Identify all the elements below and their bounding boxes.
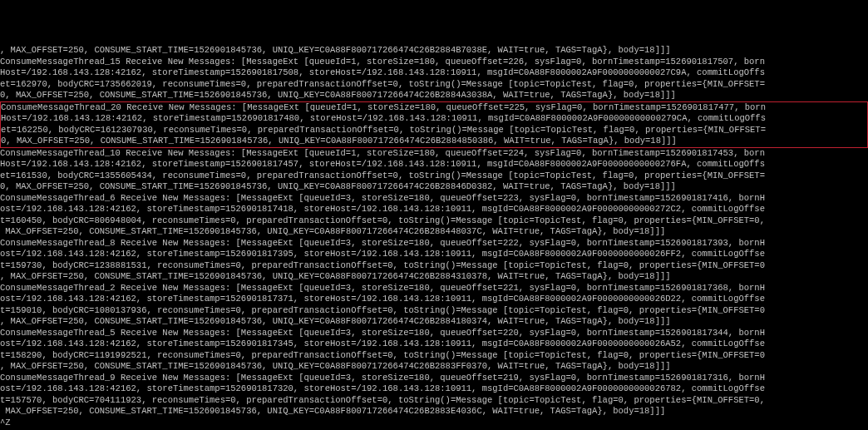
log-line: , MAX_OFFSET=250, CONSUME_START_TIME=152… [0,271,868,283]
log-line: t=159010, bodyCRC=1080137936, reconsumeT… [0,305,868,317]
log-line: et=161530, bodyCRC=1355605434, reconsume… [0,171,868,182]
log-line: 0, MAX_OFFSET=250, CONSUME_START_TIME=15… [1,136,867,147]
log-line: ConsumeMessageThread_20 Receive New Mess… [1,102,867,114]
log-line: t=157570, bodyCRC=704111923, reconsumeTi… [0,395,868,407]
log-line: ost=/192.168.143.128:42162, storeTimesta… [0,249,868,260]
highlighted-log-block: ConsumeMessageThread_20 Receive New Mess… [0,101,868,148]
log-line: ConsumeMessageThread_15 Receive New Mess… [0,57,868,68]
log-line: , MAX_OFFSET=250, CONSUME_START_TIME=152… [0,361,868,373]
log-line: et=162970, bodyCRC=1735662019, reconsume… [0,79,868,91]
log-line: ConsumeMessageThread_5 Receive New Messa… [0,328,868,339]
log-line: ConsumeMessageThread_2 Receive New Messa… [0,283,868,294]
log-line: et=162250, bodyCRC=1612307930, reconsume… [1,125,867,136]
log-line: ost=/192.168.143.128:42162, storeTimesta… [0,339,868,350]
log-line: ConsumeMessageThread_10 Receive New Mess… [0,148,868,160]
log-line: 0, MAX_OFFSET=250, CONSUME_START_TIME=15… [0,90,868,101]
log-line: Host=/192.168.143.128:42162, storeTimest… [0,67,868,79]
log-line: 0, MAX_OFFSET=250, CONSUME_START_TIME=15… [0,181,868,193]
log-line: ConsumeMessageThread_6 Receive New Messa… [0,193,868,205]
log-line: Host=/192.168.143.128:42162, storeTimest… [0,159,868,171]
log-line: t=158290, bodyCRC=1191992521, reconsumeT… [0,350,868,362]
log-line: t=159730, bodyCRC=1238881531, reconsumeT… [0,260,868,272]
log-line: Host=/192.168.143.128:42162, storeTimest… [1,113,867,125]
log-line: , MAX_OFFSET=250, CONSUME_START_TIME=152… [0,316,868,328]
control-z: ^Z [0,418,868,429]
log-line: ConsumeMessageThread_8 Receive New Messa… [0,238,868,250]
log-line: MAX_OFFSET=250, CONSUME_START_TIME=15269… [0,226,868,238]
log-line: , MAX_OFFSET=250, CONSUME_START_TIME=152… [0,45,868,57]
log-line: ost=/192.168.143.128:42162, storeTimesta… [0,294,868,305]
log-line: MAX_OFFSET=250, CONSUME_START_TIME=15269… [0,406,868,418]
log-line: ConsumeMessageThread_9 Receive New Messa… [0,373,868,384]
log-line: ost=/192.168.143.128:42162, storeTimesta… [0,204,868,215]
log-line: t=160450, bodyCRC=806948004, reconsumeTi… [0,215,868,227]
log-line: ost=/192.168.143.128:42162, storeTimesta… [0,383,868,395]
